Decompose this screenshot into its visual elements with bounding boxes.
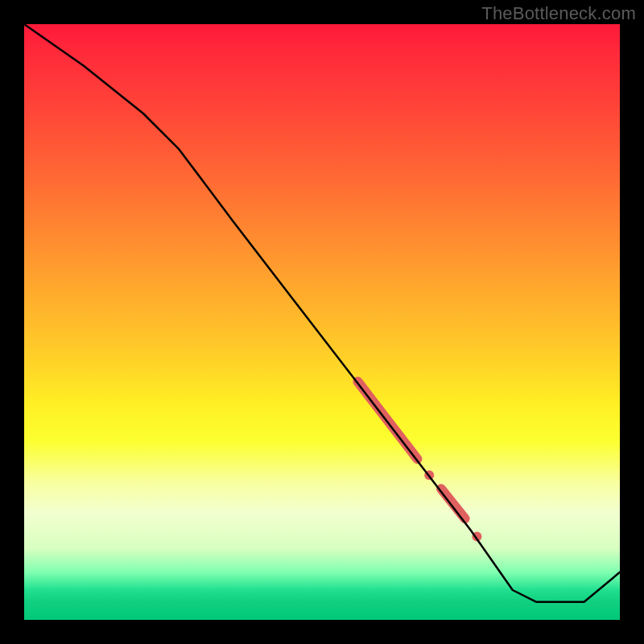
highlight-layer bbox=[357, 382, 481, 541]
plot-area bbox=[24, 24, 620, 620]
chart-svg bbox=[24, 24, 620, 620]
bottleneck-curve bbox=[24, 24, 620, 602]
highlight-segment bbox=[441, 489, 465, 518]
highlight-segment bbox=[357, 382, 417, 459]
watermark-text: TheBottleneck.com bbox=[481, 3, 636, 24]
